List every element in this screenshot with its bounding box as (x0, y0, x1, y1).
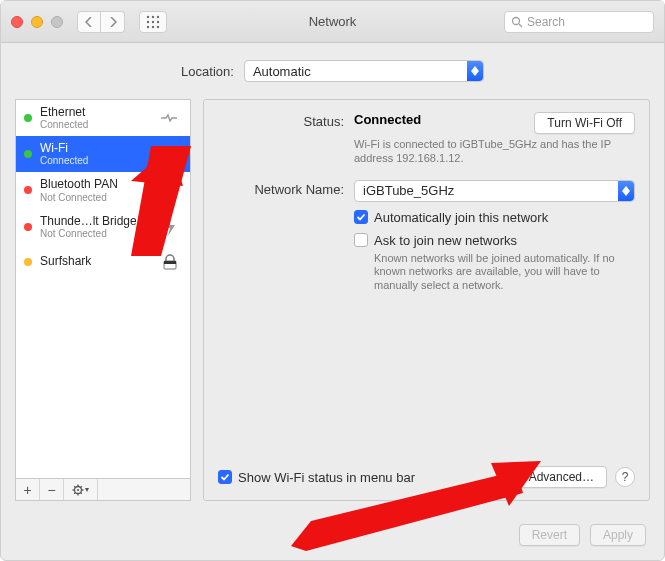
checkbox-unchecked-icon (354, 233, 368, 247)
lock-icon (158, 251, 182, 273)
back-button[interactable] (77, 11, 101, 33)
network-name-popup[interactable]: iGBTube_5GHz (354, 180, 635, 202)
svg-marker-29 (622, 191, 630, 196)
sidebar-item-label: Ethernet (40, 106, 150, 119)
svg-point-5 (157, 20, 159, 22)
svg-line-26 (80, 486, 81, 487)
zoom-window-button (51, 16, 63, 28)
svg-line-24 (80, 492, 81, 493)
svg-point-0 (147, 15, 149, 17)
svg-marker-12 (471, 71, 479, 76)
svg-point-8 (157, 25, 159, 27)
status-dot-icon (24, 223, 32, 231)
svg-line-25 (74, 492, 75, 493)
show-in-menubar-label: Show Wi-Fi status in menu bar (238, 470, 415, 485)
search-icon (511, 16, 523, 28)
sidebar-item-surfshark[interactable]: Surfshark (16, 245, 190, 279)
ethernet-icon (158, 107, 182, 129)
sidebar-item-bluetooth-pan[interactable]: Bluetooth PAN Not Connected (16, 172, 190, 208)
thunderbolt-icon (158, 216, 182, 238)
ask-to-join-checkbox[interactable]: Ask to join new networks (354, 233, 635, 248)
svg-point-6 (147, 25, 149, 27)
main-content: Ethernet Connected Wi-Fi Connected (1, 99, 664, 515)
network-name-label: Network Name: (218, 180, 344, 202)
sidebar-item-label: Wi-Fi (40, 142, 150, 155)
gear-icon (72, 484, 90, 496)
svg-rect-16 (164, 261, 176, 264)
wifi-icon (158, 143, 182, 165)
minimize-window-button[interactable] (31, 16, 43, 28)
status-dot-icon (24, 258, 32, 266)
sidebar-item-label: Thunde…lt Bridge (40, 215, 150, 228)
help-button[interactable]: ? (615, 467, 635, 487)
popup-arrows-icon (467, 61, 483, 81)
window-controls (11, 16, 63, 28)
auto-join-checkbox[interactable]: Automatically join this network (354, 210, 635, 225)
ask-to-join-label: Ask to join new networks (374, 233, 517, 248)
window-footer: Revert Apply (519, 524, 646, 546)
bluetooth-icon (158, 179, 182, 201)
sidebar-item-status: Not Connected (40, 192, 150, 203)
sidebar-item-label: Surfshark (40, 255, 150, 268)
status-dot-icon (24, 186, 32, 194)
search-placeholder: Search (527, 15, 565, 29)
svg-point-4 (152, 20, 154, 22)
forward-button[interactable] (101, 11, 125, 33)
advanced-button[interactable]: Advanced… (516, 466, 607, 488)
checkbox-checked-icon (218, 470, 232, 484)
turn-wifi-off-button[interactable]: Turn Wi-Fi Off (534, 112, 635, 134)
service-actions-menu[interactable] (64, 479, 98, 500)
system-preferences-network-window: Network Search Location: Automatic Ether… (0, 0, 665, 561)
svg-point-2 (157, 15, 159, 17)
location-label: Location: (181, 64, 234, 79)
svg-line-23 (74, 486, 75, 487)
ask-to-join-subtext: Known networks will be joined automatica… (374, 252, 634, 293)
status-subtext: Wi-Fi is connected to iGBTube_5GHz and h… (354, 138, 635, 166)
checkbox-checked-icon (354, 210, 368, 224)
status-dot-icon (24, 114, 32, 122)
revert-button[interactable]: Revert (519, 524, 580, 546)
svg-point-13 (169, 160, 171, 162)
close-window-button[interactable] (11, 16, 23, 28)
sidebar-item-thunderbolt-bridge[interactable]: Thunde…lt Bridge Not Connected (16, 209, 190, 245)
detail-panel: Status: Connected Turn Wi-Fi Off Wi-Fi i… (203, 99, 650, 501)
sidebar-item-status: Not Connected (40, 228, 150, 239)
sidebar-item-wifi[interactable]: Wi-Fi Connected (16, 136, 190, 172)
service-list-footer: + − (15, 479, 191, 501)
svg-marker-27 (85, 488, 89, 492)
status-value: Connected (354, 112, 421, 127)
sidebar-item-status: Connected (40, 119, 150, 130)
svg-point-1 (152, 15, 154, 17)
show-in-menubar-checkbox[interactable]: Show Wi-Fi status in menu bar (218, 470, 415, 485)
popup-arrows-icon (618, 181, 634, 201)
back-forward-group (77, 11, 125, 33)
svg-line-10 (519, 24, 522, 27)
location-popup[interactable]: Automatic (244, 60, 484, 82)
svg-marker-14 (165, 218, 175, 236)
svg-point-3 (147, 20, 149, 22)
svg-point-18 (77, 489, 79, 491)
network-name-value: iGBTube_5GHz (363, 183, 454, 198)
service-list-scroll[interactable]: Ethernet Connected Wi-Fi Connected (15, 99, 191, 479)
svg-point-7 (152, 25, 154, 27)
search-field[interactable]: Search (504, 11, 654, 33)
location-value: Automatic (253, 64, 311, 79)
service-list: Ethernet Connected Wi-Fi Connected (15, 99, 191, 501)
sidebar-item-status: Connected (40, 155, 150, 166)
remove-service-button[interactable]: − (40, 479, 64, 500)
show-all-preferences-button[interactable] (139, 11, 167, 33)
titlebar: Network Search (1, 1, 664, 43)
svg-point-9 (513, 17, 520, 24)
apply-button[interactable]: Apply (590, 524, 646, 546)
status-label: Status: (218, 112, 344, 166)
status-dot-icon (24, 150, 32, 158)
auto-join-label: Automatically join this network (374, 210, 548, 225)
sidebar-item-label: Bluetooth PAN (40, 178, 150, 191)
location-row: Location: Automatic (1, 43, 664, 99)
add-service-button[interactable]: + (16, 479, 40, 500)
sidebar-item-ethernet[interactable]: Ethernet Connected (16, 100, 190, 136)
